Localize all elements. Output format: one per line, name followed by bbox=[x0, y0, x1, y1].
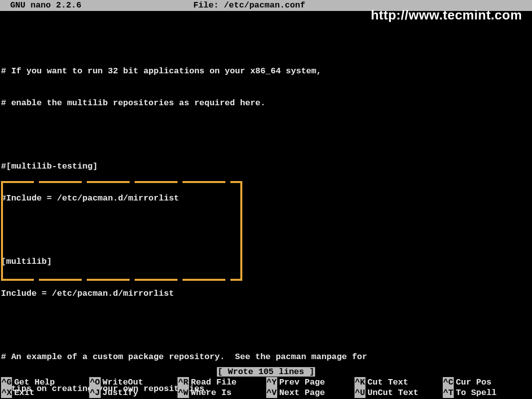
shortcut-key: ^O bbox=[89, 377, 100, 388]
file-path: File: /etc/pacman.conf bbox=[193, 0, 305, 10]
title-spacer bbox=[81, 0, 193, 10]
shortcut-label: Cur Pos bbox=[454, 377, 491, 388]
shortcut-label: To Spell bbox=[454, 388, 497, 398]
shortcut-key: ^J bbox=[89, 388, 100, 398]
shortcut-label: Get Help bbox=[12, 377, 55, 388]
shortcut-key: ^T bbox=[443, 388, 454, 398]
shortcut-key: ^R bbox=[177, 377, 188, 388]
shortcut-to-spell[interactable]: ^TTo Spell bbox=[443, 388, 531, 398]
watermark-text: http://www.tecmint.com bbox=[371, 7, 522, 23]
shortcut-key: ^K bbox=[355, 377, 365, 388]
editor-line bbox=[1, 225, 531, 235]
editor-line: [multilib] bbox=[1, 256, 531, 267]
shortcut-label: UnCut Text bbox=[365, 388, 418, 398]
editor-line bbox=[1, 34, 531, 45]
shortcut-label: Cut Text bbox=[365, 377, 408, 388]
shortcut-cur-pos[interactable]: ^CCur Pos bbox=[443, 377, 531, 388]
shortcut-label: Exit bbox=[12, 388, 34, 398]
shortcut-key: ^V bbox=[266, 388, 277, 398]
editor-line: #[multilib-testing] bbox=[1, 161, 531, 172]
editor-line bbox=[1, 130, 531, 140]
status-bar: [ Wrote 105 lines ] bbox=[0, 367, 532, 377]
shortcut-where-is[interactable]: ^WWhere Is bbox=[177, 388, 266, 398]
shortcut-key: ^W bbox=[177, 388, 188, 398]
shortcut-read-file[interactable]: ^RRead File bbox=[177, 377, 266, 388]
shortcut-label: Justify bbox=[101, 388, 138, 398]
shortcut-row-2: ^XExit ^JJustify ^WWhere Is ^VNext Page … bbox=[1, 388, 531, 398]
editor-line: #Include = /etc/pacman.d/mirrorlist bbox=[1, 193, 531, 203]
shortcut-row-1: ^GGet Help ^OWriteOut ^RRead File ^YPrev… bbox=[1, 377, 531, 388]
shortcut-key: ^C bbox=[443, 377, 454, 388]
shortcut-label: WriteOut bbox=[101, 377, 144, 388]
shortcut-label: Read File bbox=[189, 377, 237, 388]
app-name: GNU nano 2.2.6 bbox=[0, 0, 81, 10]
shortcut-writeout[interactable]: ^OWriteOut bbox=[89, 377, 177, 388]
shortcut-label: Where Is bbox=[189, 388, 232, 398]
editor-content-area[interactable]: # If you want to run 32 bit applications… bbox=[0, 11, 532, 399]
editor-line: Include = /etc/pacman.d/mirrorlist bbox=[1, 288, 531, 299]
editor-line: # An example of a custom package reposit… bbox=[1, 352, 531, 362]
shortcut-cut-text[interactable]: ^KCut Text bbox=[355, 377, 443, 388]
shortcut-uncut-text[interactable]: ^UUnCut Text bbox=[355, 388, 443, 398]
shortcut-prev-page[interactable]: ^YPrev Page bbox=[266, 377, 355, 388]
shortcut-key: ^Y bbox=[266, 377, 277, 388]
shortcut-exit[interactable]: ^XExit bbox=[1, 388, 89, 398]
shortcut-key: ^U bbox=[355, 388, 365, 398]
shortcut-next-page[interactable]: ^VNext Page bbox=[266, 388, 355, 398]
shortcut-key: ^G bbox=[1, 377, 12, 388]
shortcut-label: Prev Page bbox=[277, 377, 325, 388]
shortcut-justify[interactable]: ^JJustify bbox=[89, 388, 177, 398]
status-message: [ Wrote 105 lines ] bbox=[217, 367, 316, 377]
editor-line bbox=[1, 320, 531, 331]
shortcut-key: ^X bbox=[1, 388, 12, 398]
shortcut-bar: ^GGet Help ^OWriteOut ^RRead File ^YPrev… bbox=[0, 377, 532, 399]
shortcut-get-help[interactable]: ^GGet Help bbox=[1, 377, 89, 388]
shortcut-label: Next Page bbox=[277, 388, 325, 398]
editor-line: # enable the multilib repositories as re… bbox=[1, 98, 531, 108]
editor-line: # If you want to run 32 bit applications… bbox=[1, 66, 531, 76]
